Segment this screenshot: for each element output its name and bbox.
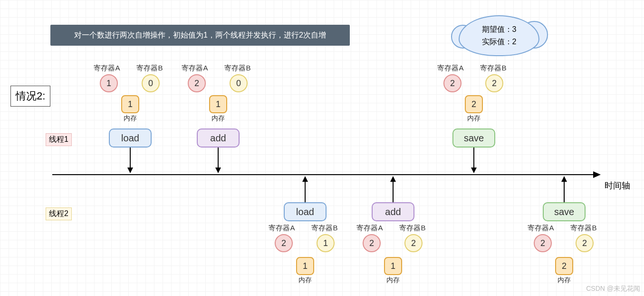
mem-value: 1 — [384, 257, 402, 275]
reg-b-value: 0 — [230, 74, 248, 92]
connector — [130, 148, 131, 169]
thread1-label: 线程1 — [46, 133, 72, 146]
reg-b-value: 2 — [576, 234, 594, 252]
arrow-down-icon — [215, 168, 221, 173]
arrow-up-icon — [561, 176, 567, 182]
mem-value: 1 — [209, 95, 227, 113]
reg-a-label: 寄存器A — [434, 64, 467, 73]
result-cloud: 期望值：3 实际值：2 — [459, 15, 539, 56]
reg-b-label: 寄存器B — [308, 224, 341, 233]
connector — [473, 148, 474, 169]
connector — [305, 181, 306, 202]
reg-a-label: 寄存器A — [524, 224, 557, 233]
reg-a-value: 2 — [188, 74, 206, 92]
description-box: 对一个数进行两次自增操作，初始值为1，两个线程并发执行，进行2次自增 — [50, 25, 350, 46]
mem-value: 1 — [121, 95, 139, 113]
reg-b-label: 寄存器B — [396, 224, 429, 233]
axis-label: 时间轴 — [605, 180, 630, 191]
time-axis — [52, 174, 594, 175]
op-save-box: save — [452, 128, 495, 148]
arrow-up-icon — [302, 176, 308, 182]
reg-a-value: 2 — [443, 74, 461, 92]
op-load-box: load — [109, 128, 152, 148]
reg-a-value: 2 — [534, 234, 552, 252]
arrow-up-icon — [390, 176, 396, 182]
reg-b-value: 2 — [485, 74, 503, 92]
mem-label: 内存 — [119, 114, 142, 123]
arrow-down-icon — [471, 168, 477, 173]
expected-value: 3 — [512, 25, 517, 33]
reg-a-value: 1 — [100, 74, 118, 92]
reg-b-label: 寄存器B — [133, 64, 166, 73]
watermark: CSDN @未见花闻 — [586, 285, 640, 293]
connector — [393, 181, 394, 202]
reg-b-label: 寄存器B — [567, 224, 600, 233]
actual-label: 实际值： — [482, 38, 512, 46]
expected-label: 期望值： — [482, 25, 512, 33]
reg-b-value: 2 — [404, 234, 423, 252]
actual-value: 2 — [512, 38, 517, 46]
op-add-box: add — [372, 202, 414, 221]
reg-a-value: 2 — [275, 234, 293, 252]
thread2-label: 线程2 — [46, 207, 72, 220]
connector — [218, 148, 219, 169]
mem-value: 2 — [555, 257, 573, 275]
reg-a-label: 寄存器A — [90, 64, 124, 73]
reg-a-label: 寄存器A — [353, 224, 386, 233]
op-load-box: load — [284, 202, 327, 221]
reg-b-value: 0 — [142, 74, 160, 92]
mem-value: 1 — [296, 257, 314, 275]
mem-label: 内存 — [207, 114, 230, 123]
reg-a-label: 寄存器A — [178, 64, 211, 73]
arrow-down-icon — [127, 168, 133, 173]
reg-b-label: 寄存器B — [221, 64, 254, 73]
mem-label: 内存 — [462, 114, 485, 123]
case-label: 情况2: — [10, 86, 50, 107]
reg-a-value: 2 — [363, 234, 381, 252]
connector — [564, 181, 565, 202]
reg-a-label: 寄存器A — [265, 224, 298, 233]
op-add-box: add — [197, 128, 240, 148]
mem-value: 2 — [465, 95, 483, 113]
reg-b-value: 1 — [317, 234, 335, 252]
mem-label: 内存 — [294, 276, 317, 285]
op-save-box: save — [543, 202, 586, 221]
mem-label: 内存 — [382, 276, 404, 285]
reg-b-label: 寄存器B — [477, 64, 510, 73]
axis-arrow-icon — [593, 171, 601, 178]
mem-label: 内存 — [553, 276, 576, 285]
